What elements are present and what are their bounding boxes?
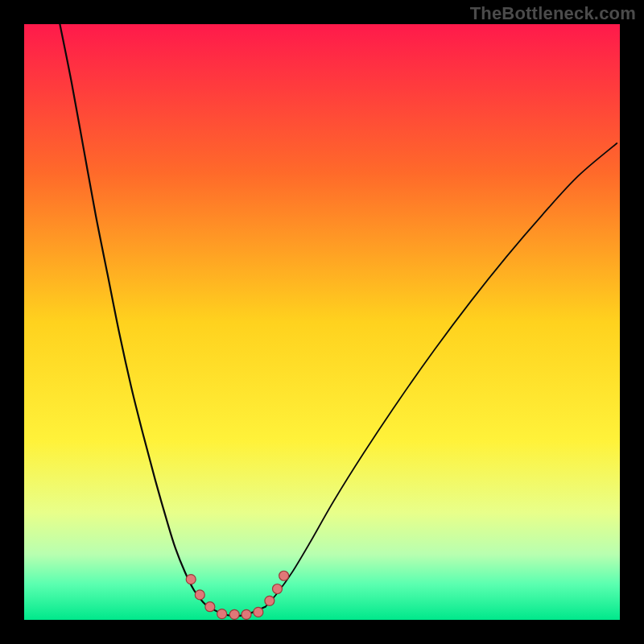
data-marker <box>242 609 251 619</box>
data-marker <box>217 609 227 619</box>
data-marker <box>279 571 289 580</box>
data-marker <box>195 590 204 600</box>
chart-background <box>24 24 620 620</box>
data-marker <box>265 596 275 605</box>
data-marker <box>186 575 196 584</box>
chart-plot <box>24 24 620 620</box>
chart-frame: TheBottleneck.com <box>0 0 644 644</box>
watermark-text: TheBottleneck.com <box>470 3 636 24</box>
data-marker <box>229 609 239 619</box>
data-marker <box>254 607 263 617</box>
data-marker <box>205 602 215 612</box>
data-marker <box>273 584 283 594</box>
